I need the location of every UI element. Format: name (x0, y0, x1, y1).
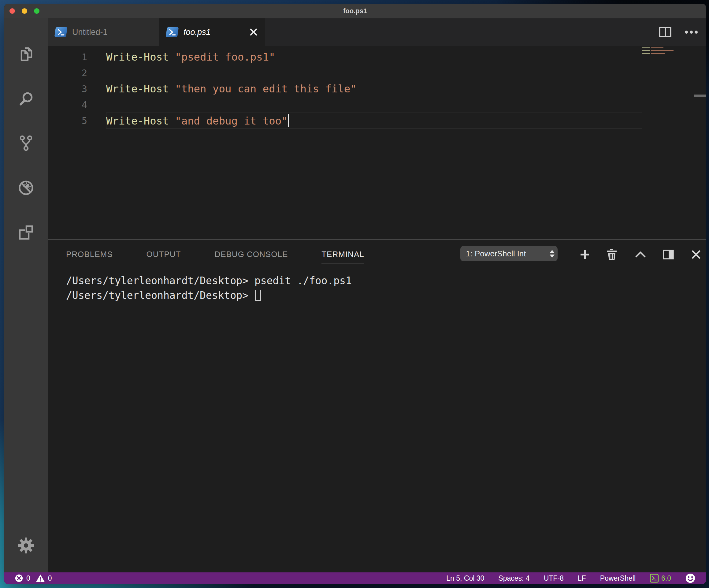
close-panel-icon[interactable] (690, 249, 702, 261)
terminal-cursor (255, 290, 261, 301)
smiley-icon (685, 573, 695, 583)
new-terminal-icon[interactable] (579, 249, 591, 261)
powershell-session-icon (650, 573, 659, 583)
problems-status[interactable]: 0 0 (15, 574, 52, 583)
line-number: 1 (48, 52, 106, 62)
panel: PROBLEMS OUTPUT DEBUG CONSOLE TERMINAL 1… (48, 239, 706, 572)
code-line[interactable]: 5Write-Host "and debug it too" (48, 112, 706, 128)
panel-tab-output[interactable]: OUTPUT (147, 250, 181, 259)
code-line[interactable]: 3Write-Host "then you can edit this file… (48, 81, 706, 97)
minimap-line (642, 47, 691, 48)
file-encoding[interactable]: UTF-8 (544, 574, 564, 583)
editor-actions (659, 18, 698, 46)
minimap-line (642, 49, 691, 50)
explorer-icon[interactable] (18, 46, 34, 63)
powershell-file-icon (54, 27, 68, 37)
terminal-select-value: 1: PowerShell Int (466, 249, 548, 258)
powershell-file-icon (166, 27, 179, 37)
tab-foo-ps1[interactable]: foo.ps1 (159, 18, 265, 46)
tab-label: foo.ps1 (184, 28, 211, 37)
tab-bar: Untitled-1 foo.ps1 (48, 18, 706, 46)
activity-bar (4, 18, 48, 572)
overview-ruler-decoration (694, 95, 706, 97)
code-line[interactable]: 4 (48, 97, 706, 112)
source-control-icon[interactable] (18, 135, 34, 152)
indentation-setting[interactable]: Spaces: 4 (498, 574, 529, 583)
move-panel-icon[interactable] (662, 249, 675, 261)
minimap-line (642, 50, 691, 51)
error-icon (15, 574, 23, 583)
line-number: 2 (48, 68, 106, 78)
maximize-panel-icon[interactable] (634, 249, 647, 261)
tab-label: Untitled-1 (72, 28, 108, 37)
eol-setting[interactable]: LF (578, 574, 586, 583)
desktop-background: { "window": { "title": "foo.ps1" }, "col… (0, 0, 709, 588)
minimap-line (642, 52, 691, 53)
code-editor[interactable]: 1Write-Host "psedit foo.ps1"23Write-Host… (48, 46, 706, 239)
line-number: 4 (48, 99, 106, 110)
feedback-smiley[interactable] (685, 573, 695, 583)
status-bar: 0 0 Ln 5, Col 30 Spaces: 4 UTF-8 LF Powe… (4, 572, 706, 584)
powershell-session[interactable]: 6.0 (650, 573, 671, 583)
split-editor-icon[interactable] (659, 26, 672, 38)
debug-icon[interactable] (18, 179, 34, 197)
code-text: Write-Host "psedit foo.ps1" (106, 51, 275, 63)
editor-cursor (288, 114, 289, 127)
panel-tab-problems[interactable]: PROBLEMS (66, 250, 113, 259)
editor-group: Untitled-1 foo.ps1 (48, 18, 706, 572)
scrollbar-divider (694, 46, 694, 239)
settings-gear-icon[interactable] (18, 537, 34, 554)
powershell-version: 6.0 (661, 574, 671, 583)
line-number: 3 (48, 83, 106, 94)
code-text: Write-Host "and debug it too" (106, 114, 289, 127)
select-spinner-icon (550, 250, 554, 258)
code-line[interactable]: 2 (48, 65, 706, 81)
close-tab-icon[interactable] (240, 28, 258, 36)
code-line[interactable]: 1Write-Host "psedit foo.ps1" (48, 49, 706, 65)
panel-tab-bar: PROBLEMS OUTPUT DEBUG CONSOLE TERMINAL (66, 240, 364, 269)
more-actions-icon[interactable] (685, 30, 698, 34)
warning-icon (36, 574, 45, 583)
line-number: 5 (48, 115, 106, 126)
title-bar[interactable]: foo.ps1 (4, 4, 706, 18)
warning-count: 0 (48, 574, 52, 583)
minimap[interactable] (642, 47, 691, 54)
window-title: foo.ps1 (4, 4, 706, 18)
panel-tab-terminal[interactable]: TERMINAL (321, 250, 364, 263)
code-text: Write-Host "then you can edit this file" (106, 83, 357, 95)
panel-tab-debug-console[interactable]: DEBUG CONSOLE (214, 250, 288, 259)
search-icon[interactable] (18, 91, 34, 108)
cursor-position[interactable]: Ln 5, Col 30 (446, 574, 484, 583)
minimap-line (642, 53, 691, 54)
vscode-window: foo.ps1 (4, 4, 706, 584)
tab-untitled-1[interactable]: Untitled-1 (48, 18, 159, 46)
kill-terminal-icon[interactable] (606, 249, 618, 261)
terminal-select[interactable]: 1: PowerShell Int (460, 246, 558, 261)
terminal-line: /Users/tylerleonhardt/Desktop> psedit ./… (48, 274, 706, 288)
error-count: 0 (26, 574, 30, 583)
terminal-content[interactable]: /Users/tylerleonhardt/Desktop> psedit ./… (48, 274, 706, 572)
terminal-line: /Users/tylerleonhardt/Desktop> (48, 288, 706, 303)
language-mode[interactable]: PowerShell (600, 574, 636, 583)
extensions-icon[interactable] (18, 224, 34, 241)
